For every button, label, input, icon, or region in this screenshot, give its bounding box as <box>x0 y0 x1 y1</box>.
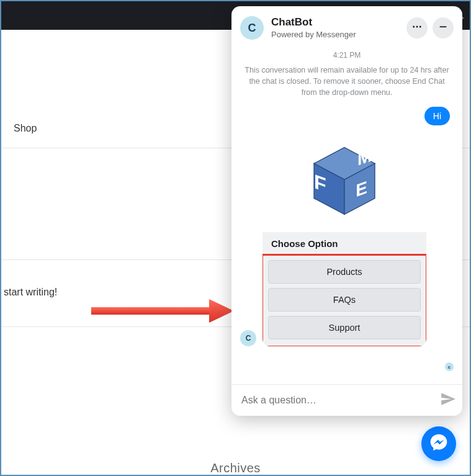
svg-point-2 <box>413 26 415 28</box>
svg-rect-5 <box>440 26 447 27</box>
chat-input[interactable] <box>240 394 439 406</box>
messenger-icon <box>429 433 449 455</box>
user-message: Hi <box>424 107 450 125</box>
shop-heading: Shop <box>14 123 37 134</box>
messenger-fab[interactable] <box>421 426 456 461</box>
option-products[interactable]: Products <box>268 260 421 284</box>
chat-title-block: ChatBot Powered by Messenger <box>271 17 401 39</box>
send-button[interactable] <box>439 391 457 410</box>
svg-point-4 <box>419 26 421 28</box>
chat-body: 4:21 PM This conversation will remain av… <box>231 46 462 384</box>
minimize-icon <box>438 22 448 34</box>
chat-title: ChatBot <box>271 17 401 29</box>
svg-rect-0 <box>91 307 210 315</box>
card-row: C F M E Choose Option Products FAQs <box>240 134 454 346</box>
archives-heading: Archives <box>210 461 261 475</box>
option-list: Products FAQs Support <box>262 254 426 346</box>
chat-header: C ChatBot Powered by Messenger <box>231 6 462 46</box>
option-faqs[interactable]: FAQs <box>268 288 421 312</box>
option-support[interactable]: Support <box>268 316 421 339</box>
read-receipt-avatar: c <box>445 362 454 371</box>
svg-text:F: F <box>314 170 326 197</box>
chat-widget: C ChatBot Powered by Messenger 4:21 PM T… <box>231 6 462 416</box>
chat-footer <box>231 384 462 416</box>
svg-marker-1 <box>209 299 234 323</box>
bot-avatar-small: C <box>240 330 256 346</box>
chat-info-text: This conversation will remain available … <box>240 65 454 98</box>
minimize-button[interactable] <box>433 17 454 38</box>
start-writing-text: start writing! <box>4 287 57 298</box>
bot-avatar: C <box>240 16 264 40</box>
card-title: Choose Option <box>262 232 426 254</box>
option-card: F M E Choose Option Products FAQs Suppor… <box>262 134 426 346</box>
chat-subtitle: Powered by Messenger <box>271 30 401 39</box>
chat-menu-button[interactable] <box>406 17 428 38</box>
chat-timestamp: 4:21 PM <box>240 51 454 60</box>
card-image: F M E <box>262 134 426 232</box>
annotation-arrow <box>91 298 234 323</box>
svg-point-3 <box>416 26 418 28</box>
more-icon <box>411 21 423 35</box>
send-icon <box>440 391 456 410</box>
